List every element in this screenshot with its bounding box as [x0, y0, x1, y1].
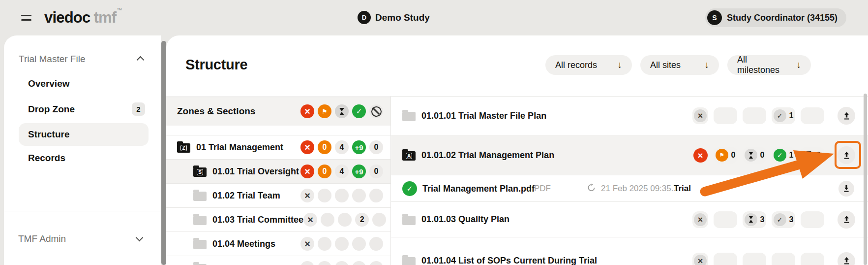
- drop-zone-count-badge: 2: [132, 102, 145, 116]
- hourglass-icon: [335, 104, 349, 118]
- pending-count-badge: 3: [743, 211, 766, 228]
- artifact-row-01-01-03[interactable]: 01.01.03 Quality Plan × 3 ✓3: [391, 201, 868, 237]
- download-icon: [842, 185, 850, 193]
- row-status-counts: × 0 4 +9 0: [300, 165, 383, 178]
- row-status-counts: × 0 4 +9 0: [300, 140, 383, 154]
- approved-check-icon: ✓: [402, 181, 417, 196]
- flagged-count: 0: [318, 165, 331, 178]
- artifact-row-01-01-04[interactable]: 01.01.04 List of SOPs Current During Tri…: [391, 237, 868, 265]
- approved-count: +9: [352, 165, 366, 178]
- upload-icon: [842, 257, 851, 265]
- rejected-x-icon: ×: [300, 165, 314, 178]
- approved-count-badge: ✓1: [772, 147, 795, 164]
- tree-row-01-01-trial-oversight[interactable]: S 01.01 Trial Oversight × 0 4 +9 0: [166, 159, 390, 183]
- zones-sections-header: Zones & Sections × ⚑ ✓: [166, 97, 390, 126]
- records-scrollbar[interactable]: [864, 94, 867, 265]
- file-type: PDF: [534, 184, 551, 194]
- arrow-down-icon: ↓: [797, 60, 802, 70]
- sidebar-item-overview[interactable]: Overview: [28, 78, 70, 89]
- empty-status: [335, 261, 349, 265]
- empty-badge: [801, 253, 824, 265]
- status-legend: × ⚑ ✓: [300, 104, 383, 118]
- upload-button[interactable]: [838, 252, 855, 265]
- artifact-folder-icon: A: [402, 151, 416, 161]
- upload-button[interactable]: [838, 146, 855, 164]
- arrow-down-icon: ↓: [705, 60, 710, 70]
- sidebar-section-title[interactable]: Trial Master File: [19, 54, 85, 65]
- user-avatar: S: [707, 10, 722, 25]
- filter-all-sites[interactable]: All sites ↓: [640, 55, 719, 75]
- row-badges: × ⚑0 0 ✓1 0: [692, 146, 855, 164]
- artifact-row-01-01-02[interactable]: A 01.01.02 Trial Management Plan × ⚑0 0 …: [391, 135, 868, 175]
- filter-all-records[interactable]: All records ↓: [545, 55, 632, 75]
- sidebar-item-drop-zone[interactable]: Drop Zone: [28, 104, 75, 115]
- upload-button[interactable]: [838, 107, 855, 125]
- file-modified-date: 21 Feb 2025 09:35...: [601, 184, 678, 194]
- ban-icon: [369, 104, 383, 118]
- no-record-x-icon: ×: [303, 213, 317, 227]
- main-panel: Structure All records ↓ All sites ↓ All …: [166, 35, 868, 265]
- menu-icon[interactable]: [21, 14, 31, 21]
- chevron-down-icon[interactable]: [136, 234, 144, 242]
- arrow-down-icon: ↓: [618, 60, 623, 70]
- empty-status: [352, 261, 366, 265]
- user-menu[interactable]: S Study Coordinator (34155): [705, 8, 846, 27]
- rejected-x-icon: ×: [300, 104, 314, 118]
- tree-row-01-02-trial-team[interactable]: 01.02 Trial Team ×: [166, 183, 390, 207]
- chevron-up-icon[interactable]: [137, 56, 145, 64]
- download-button[interactable]: [838, 181, 854, 197]
- na-count: 0: [369, 165, 383, 178]
- upload-icon: [842, 151, 851, 160]
- study-avatar: D: [358, 11, 371, 24]
- empty-badge: [801, 211, 824, 228]
- page-title: Structure: [185, 57, 247, 73]
- row-badges: × ✓1: [692, 107, 855, 125]
- empty-status: [338, 213, 352, 227]
- tree-row-partial[interactable]: ×: [166, 256, 390, 265]
- row-badges: × 3 ✓3: [692, 211, 855, 229]
- folder-icon: [193, 240, 207, 249]
- empty-status: [335, 237, 349, 251]
- file-row-trial-management-plan[interactable]: ✓ Trial Management Plan.pdf PDF 21 Feb 2…: [391, 175, 868, 201]
- top-bar: viedoctmf™ D Demo Study S Study Coordina…: [0, 0, 868, 35]
- empty-status: [372, 213, 386, 227]
- empty-status: [369, 237, 383, 251]
- tree-row-01-04-meetings[interactable]: 01.04 Meetings ×: [166, 232, 390, 256]
- zones-sections-title: Zones & Sections: [177, 106, 300, 117]
- artifact-row-01-01-01[interactable]: 01.01.01 Trial Master File Plan × ✓1: [391, 97, 868, 135]
- approved-count-badge: ✓1: [772, 107, 795, 124]
- trademark: ™: [117, 7, 121, 13]
- approved-count: 2: [355, 213, 369, 227]
- approved-count: +9: [352, 140, 366, 154]
- empty-badge: [801, 107, 824, 124]
- empty-status: [318, 189, 331, 202]
- rejected-x-badge: ×: [692, 147, 708, 164]
- row-status-counts: ×: [300, 261, 383, 265]
- upload-icon: [842, 112, 851, 120]
- section-folder-icon: S: [193, 167, 207, 177]
- no-record-x-badge: ×: [692, 107, 708, 124]
- app-logo: viedoctmf™: [44, 9, 121, 27]
- sidebar-scrollbar[interactable]: [161, 41, 166, 265]
- filter-all-milestones[interactable]: All milestones ↓: [727, 55, 811, 75]
- tree-row-01-03-trial-committee[interactable]: 01.03 Trial Committee × 2: [166, 207, 390, 232]
- sidebar-item-records[interactable]: Records: [28, 153, 65, 164]
- rejected-x-icon: ×: [300, 140, 314, 154]
- sidebar: Trial Master File Overview Drop Zone 2 S…: [4, 35, 161, 265]
- sidebar-item-structure-label[interactable]: Structure: [28, 129, 69, 140]
- study-selector[interactable]: D Demo Study: [358, 11, 430, 24]
- check-icon: ✓: [352, 104, 366, 118]
- tree-row-01-trial-management[interactable]: Z 01 Trial Management × 0 4 +9 0: [166, 135, 390, 159]
- app-root: viedoctmf™ D Demo Study S Study Coordina…: [0, 0, 868, 265]
- file-name[interactable]: Trial Management Plan.pdf: [422, 183, 535, 194]
- empty-status: [318, 261, 331, 265]
- sidebar-admin-title[interactable]: TMF Admin: [18, 233, 66, 244]
- pending-count: 4: [335, 140, 349, 154]
- upload-button[interactable]: [838, 211, 855, 229]
- no-record-x-badge: ×: [692, 253, 708, 265]
- empty-status: [352, 237, 366, 251]
- upload-icon: [842, 215, 851, 224]
- empty-status: [321, 213, 334, 227]
- flagged-count-badge: ⚑0: [714, 147, 737, 164]
- study-name: Demo Study: [375, 12, 430, 23]
